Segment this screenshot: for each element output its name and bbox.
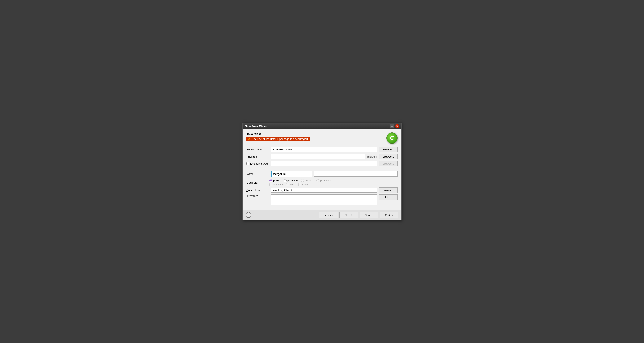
form-section: Source folder: Browse... Package: (defau… [246, 147, 398, 206]
source-folder-input[interactable] [271, 147, 377, 152]
source-folder-label: Source folder: [246, 148, 270, 151]
warning-text: The use of the default package is discou… [252, 138, 308, 140]
modifier-public-label[interactable]: public [270, 179, 280, 182]
enclosing-type-input[interactable] [271, 161, 377, 166]
enclosing-type-browse-button[interactable]: Browse... [379, 161, 398, 166]
enclosing-type-row: Enclosing type: Browse... [246, 161, 398, 166]
warning-banner: ⚠ The use of the default package is disc… [246, 136, 310, 141]
radio-group: public package private protected [270, 179, 332, 182]
modifier-final-label[interactable]: final [286, 183, 295, 186]
eclipse-logo: C [386, 132, 398, 144]
dialog-body: Java Class ⚠ The use of the default pack… [242, 130, 402, 210]
name-input-wrapper [271, 170, 313, 177]
superclass-browse-button[interactable]: Browse... [379, 187, 398, 193]
new-java-class-dialog: New Java Class □ ✕ Java Class ⚠ The use … [242, 122, 402, 220]
section-title: Java Class [246, 132, 310, 136]
package-input[interactable] [271, 154, 365, 159]
name-row: Name: [246, 170, 398, 177]
form-divider [246, 168, 398, 168]
modifier-package-text: package [288, 179, 298, 182]
modifier-static-checkbox[interactable] [298, 183, 301, 186]
modifier-abstract-checkbox[interactable] [270, 183, 272, 186]
package-label: Package: [246, 155, 270, 158]
superclass-label: Superclass: [246, 188, 270, 192]
bottom-bar: ? < Back Next > Cancel Finish [242, 210, 402, 220]
minimize-button[interactable]: □ [390, 124, 394, 128]
warning-icon: ⚠ [248, 137, 251, 140]
modifier-package-label[interactable]: package [284, 179, 298, 182]
interfaces-input[interactable] [271, 194, 377, 205]
interfaces-row: Interfaces: Add... [246, 194, 398, 205]
modifier-package-radio[interactable] [284, 179, 286, 182]
modifiers-row: Modifiers: public package pr [246, 179, 398, 186]
modifier-final-text: final [290, 183, 295, 186]
dialog-header-left: Java Class ⚠ The use of the default pack… [246, 132, 310, 141]
help-button[interactable]: ? [246, 212, 252, 218]
modifier-public-radio[interactable] [270, 179, 272, 182]
modifier-static-text: static [302, 183, 308, 186]
title-bar-controls: □ ✕ [390, 124, 399, 128]
source-folder-browse-button[interactable]: Browse... [379, 147, 398, 152]
modifier-protected-text: protected [320, 179, 332, 182]
bottom-right: < Back Next > Cancel Finish [319, 212, 398, 218]
modifier-private-radio[interactable] [301, 179, 304, 182]
package-default-label: (default) [367, 155, 377, 158]
superclass-row: Superclass: Browse... [246, 187, 398, 193]
close-button[interactable]: ✕ [395, 124, 399, 128]
back-button[interactable]: < Back [319, 212, 338, 218]
source-folder-row: Source folder: Browse... [246, 147, 398, 152]
modifier-private-text: private [305, 179, 313, 182]
package-row: Package: (default) Browse... [246, 154, 398, 159]
name-input[interactable] [272, 171, 312, 177]
bottom-left: ? [246, 212, 252, 218]
modifier-protected-radio[interactable] [316, 179, 319, 182]
modifier-static-label[interactable]: static [298, 183, 308, 186]
interfaces-add-button[interactable]: Add... [379, 194, 398, 200]
modifiers-label: Modifiers: [246, 181, 270, 184]
modifier-final-checkbox[interactable] [286, 183, 289, 186]
title-bar-text: New Java Class [245, 124, 267, 128]
modifier-abstract-text: abstract [273, 183, 283, 186]
enclosing-type-checkbox-label[interactable]: Enclosing type: [246, 162, 270, 165]
interfaces-label: Interfaces: [246, 194, 270, 198]
modifiers-options: public package private protected [270, 179, 332, 186]
superclass-input[interactable] [271, 188, 377, 192]
name-label: Name: [246, 172, 270, 176]
name-input-rest[interactable] [314, 171, 398, 177]
modifier-public-text: public [273, 179, 280, 182]
finish-button[interactable]: Finish [380, 212, 398, 218]
checkbox-group: abstract final static [270, 183, 332, 186]
enclosing-type-checkbox[interactable] [246, 162, 249, 165]
modifier-protected-label[interactable]: protected [316, 179, 332, 182]
next-button[interactable]: Next > [340, 212, 358, 218]
dialog-header-row: Java Class ⚠ The use of the default pack… [246, 132, 398, 144]
modifier-abstract-label[interactable]: abstract [270, 183, 283, 186]
title-bar: New Java Class □ ✕ [242, 123, 402, 130]
modifier-private-label[interactable]: private [301, 179, 313, 182]
cancel-button[interactable]: Cancel [360, 212, 378, 218]
package-browse-button[interactable]: Browse... [379, 154, 398, 159]
